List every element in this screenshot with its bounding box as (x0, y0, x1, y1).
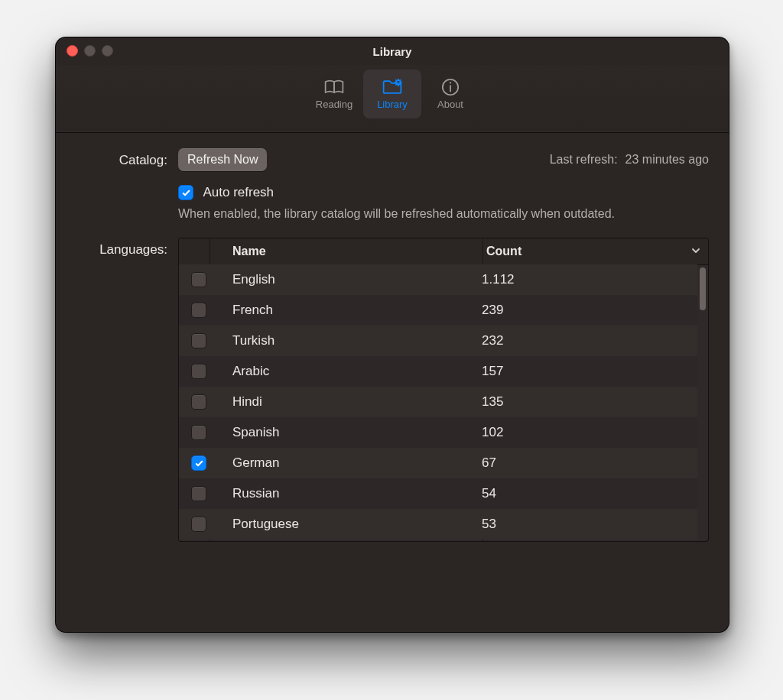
last-refresh-value: 23 minutes ago (625, 153, 709, 167)
row-name: Portuguese (225, 517, 474, 532)
table-row[interactable]: Portuguese53 (179, 509, 697, 540)
row-count: 157 (474, 364, 697, 379)
tab-label: Reading (316, 99, 353, 110)
column-count-label: Count (486, 245, 521, 258)
table-row[interactable]: Arabic157 (179, 356, 697, 387)
row-count: 54 (474, 486, 697, 501)
row-name: Hindi (225, 394, 474, 410)
minimize-window-button[interactable] (84, 45, 96, 57)
row-checkbox-cell (179, 364, 225, 379)
book-icon (323, 79, 345, 96)
auto-refresh-label: Auto refresh (203, 185, 274, 199)
auto-refresh-hint: When enabled, the library catalog will b… (178, 205, 652, 222)
row-checkbox[interactable] (191, 425, 206, 440)
auto-refresh-checkbox[interactable] (178, 185, 193, 200)
table-row[interactable]: German67 (179, 448, 697, 478)
window-title: Library (373, 45, 412, 58)
languages-label: Languages: (76, 238, 167, 258)
tab-label: Library (377, 99, 408, 110)
tab-label: About (437, 99, 463, 110)
tab-about[interactable]: About (421, 70, 479, 118)
row-checkbox-cell (179, 272, 225, 287)
row-name: English (225, 272, 474, 287)
row-checkbox-cell (179, 455, 225, 471)
table-header: Name Count (179, 238, 708, 265)
row-name: Spanish (225, 425, 474, 440)
row-checkbox-cell (179, 303, 225, 318)
traffic-lights (67, 45, 113, 57)
close-window-button[interactable] (67, 45, 78, 57)
svg-point-3 (450, 82, 451, 83)
zoom-window-button[interactable] (102, 45, 113, 57)
row-count: 239 (474, 303, 697, 318)
table-row[interactable]: Turkish232 (179, 326, 697, 356)
table-row[interactable]: French239 (179, 295, 697, 326)
row-count: 102 (474, 425, 697, 440)
row-checkbox[interactable] (191, 486, 206, 501)
row-checkbox-cell (179, 517, 225, 532)
table-row[interactable]: Russian54 (179, 478, 697, 509)
row-count: 1.112 (474, 272, 697, 287)
refresh-now-button[interactable]: Refresh Now (178, 148, 267, 171)
scrollbar-thumb[interactable] (700, 267, 706, 310)
row-checkbox[interactable] (191, 517, 206, 532)
last-refresh: Last refresh: 23 minutes ago (550, 153, 709, 167)
chevron-down-icon (691, 245, 700, 258)
row-name: French (225, 303, 474, 318)
column-name[interactable]: Name (225, 245, 479, 258)
row-checkbox[interactable] (191, 272, 206, 287)
row-count: 135 (474, 394, 697, 410)
preferences-window: Library Reading (55, 37, 729, 633)
row-count: 67 (474, 455, 697, 471)
row-checkbox[interactable] (191, 394, 206, 410)
row-checkbox-cell (179, 425, 225, 440)
row-checkbox[interactable] (191, 303, 206, 318)
titlebar: Library (56, 37, 729, 65)
row-checkbox-cell (179, 486, 225, 501)
row-checkbox[interactable] (191, 455, 206, 471)
row-count: 53 (474, 517, 697, 532)
last-refresh-label: Last refresh: (550, 153, 618, 167)
preferences-toolbar: Reading Library (56, 65, 729, 133)
row-count: 232 (474, 333, 697, 348)
column-count[interactable]: Count (479, 245, 708, 258)
catalog-label: Catalog: (76, 148, 167, 168)
table-body: English1.112French239Turkish232Arabic157… (179, 264, 697, 541)
table-row[interactable]: English1.112 (179, 264, 697, 295)
row-checkbox[interactable] (191, 364, 206, 379)
row-name: Arabic (225, 364, 474, 379)
row-checkbox-cell (179, 333, 225, 348)
info-icon (440, 79, 461, 96)
auto-refresh-row: Auto refresh (178, 185, 709, 200)
row-name: Turkish (225, 333, 474, 348)
tab-library[interactable]: Library (363, 70, 421, 118)
row-checkbox-cell (179, 394, 225, 410)
tab-reading[interactable]: Reading (305, 70, 363, 118)
languages-table: Name Count English1.112French239Turkish2… (178, 238, 709, 542)
row-checkbox[interactable] (191, 333, 206, 348)
folder-gear-icon (382, 79, 403, 96)
row-name: German (225, 455, 474, 471)
row-name: Russian (225, 486, 474, 501)
table-row[interactable]: Hindi135 (179, 387, 697, 417)
table-row[interactable]: Spanish102 (179, 417, 697, 448)
